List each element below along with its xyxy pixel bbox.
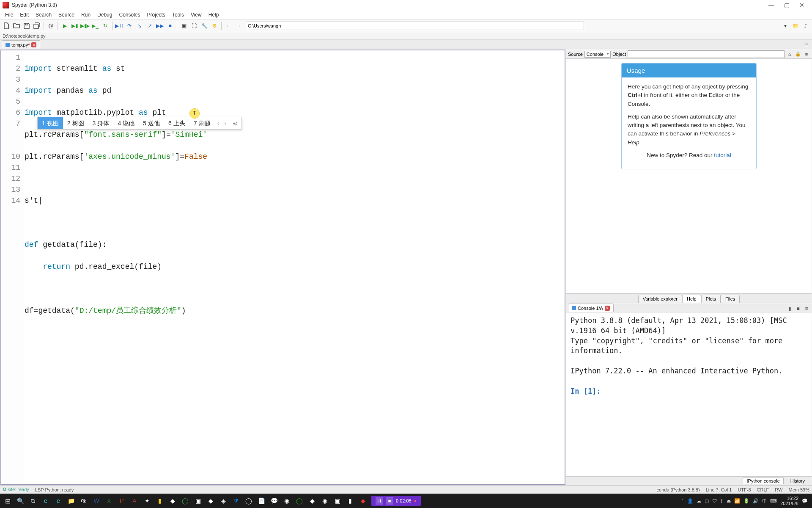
menu-help[interactable]: Help <box>205 11 222 19</box>
app-icon-8[interactable]: ▣ <box>332 495 343 507</box>
tray-onedrive-icon[interactable]: ☁ <box>697 498 701 504</box>
ime-next-icon[interactable]: › <box>222 118 229 129</box>
menu-run[interactable]: Run <box>78 11 94 19</box>
open-file-icon[interactable] <box>12 21 21 30</box>
lock-icon[interactable]: 🔒 <box>795 51 801 58</box>
chrome-icon[interactable]: ◯ <box>243 495 255 507</box>
tab-variable-explorer[interactable]: Variable explorer <box>638 295 682 303</box>
minimize-button[interactable]: — <box>764 0 779 10</box>
notepad-icon[interactable]: 📄 <box>255 495 267 507</box>
ime-candidate-6[interactable]: 6上头 <box>164 117 189 129</box>
save-icon[interactable] <box>22 21 31 30</box>
browse-dir-icon[interactable]: 📁 <box>791 21 800 30</box>
menu-view[interactable]: View <box>187 11 205 19</box>
wechat-icon[interactable]: ◯ <box>294 495 305 507</box>
code-editor[interactable]: 1234567 1011121314 import streamlit as s… <box>1 50 565 484</box>
maximize-button[interactable]: ▢ <box>779 0 794 10</box>
step-into-icon[interactable]: ↘ <box>135 21 144 30</box>
terminal-icon[interactable]: ▮ <box>344 495 356 507</box>
back-icon[interactable]: ← <box>224 21 233 30</box>
anaconda-icon[interactable]: ◯ <box>179 495 191 507</box>
tutorial-link[interactable]: tutorial <box>714 152 731 158</box>
menu-tools[interactable]: Tools <box>169 11 187 19</box>
save-all-icon[interactable] <box>32 21 41 30</box>
store-icon[interactable]: 🛍 <box>78 495 90 507</box>
tray-usb-icon[interactable]: ⏏ <box>727 498 731 504</box>
tableau-icon[interactable]: ✦ <box>141 495 153 507</box>
console-output[interactable]: Python 3.8.8 (default, Apr 13 2021, 15:0… <box>566 312 812 476</box>
app-icon-3[interactable]: ◆ <box>205 495 217 507</box>
debug-icon[interactable]: ▶⏸ <box>115 21 124 30</box>
close-button[interactable]: ✕ <box>794 0 809 10</box>
tray-notifications-icon[interactable]: 💬 <box>802 498 808 504</box>
editor-tab-temp[interactable]: temp.py* × <box>2 40 40 49</box>
powerbi-icon[interactable]: ▮ <box>154 495 166 507</box>
explorer-icon[interactable]: 📁 <box>65 495 77 507</box>
app-icon-2[interactable]: ▣ <box>192 495 204 507</box>
tab-history[interactable]: History <box>787 478 808 484</box>
run-selection-icon[interactable]: ▶_ <box>91 21 100 30</box>
tray-battery-icon[interactable]: 🔋 <box>743 498 749 504</box>
chat-icon[interactable]: 💬 <box>268 495 280 507</box>
tab-options-icon[interactable]: ≡ <box>803 41 810 49</box>
system-tray[interactable]: ˄ 👤 ☁ ▢ 🛡 ᛒ ⏏ 📶 🔋 🔊 中 ⌨ 16:22 2021/8/8 💬 <box>681 496 810 506</box>
menu-file[interactable]: File <box>2 11 16 19</box>
tray-security-icon[interactable]: 🛡 <box>712 498 717 503</box>
tray-bluetooth-icon[interactable]: ᛒ <box>720 498 723 503</box>
tray-clock[interactable]: 16:22 2021/8/8 <box>780 496 798 506</box>
menu-projects[interactable]: Projects <box>144 11 169 19</box>
python-path-icon[interactable]: ⚙ <box>210 21 219 30</box>
excel-icon[interactable]: X <box>103 495 115 507</box>
run-cell-advance-icon[interactable]: ▶▮▸ <box>80 21 90 30</box>
tab-plots[interactable]: Plots <box>701 295 721 303</box>
preferences-icon[interactable]: 🔧 <box>200 21 209 30</box>
menu-search[interactable]: Search <box>32 11 55 19</box>
recorder-pause-icon[interactable]: ⏸ <box>376 497 383 505</box>
ime-candidate-5[interactable]: 5送他 <box>139 117 164 129</box>
parent-dir-icon[interactable]: ⤴ <box>801 21 810 30</box>
ime-emoji-icon[interactable]: ☺ <box>229 118 241 129</box>
run-icon[interactable]: ▶ <box>60 21 69 30</box>
tray-lang-icon[interactable]: ⌨ <box>770 498 777 504</box>
save-layout-icon[interactable]: ▣ <box>179 21 189 30</box>
tray-ime-icon[interactable]: 中 <box>762 498 767 504</box>
menu-debug[interactable]: Debug <box>94 11 115 19</box>
step-out-icon[interactable]: ↗ <box>145 21 154 30</box>
step-over-icon[interactable]: ↷ <box>125 21 134 30</box>
tray-volume-icon[interactable]: 🔊 <box>753 498 759 504</box>
forward-icon[interactable]: → <box>234 21 243 30</box>
search-icon[interactable]: 🔍 <box>14 495 26 507</box>
status-eol[interactable]: CRLF <box>757 487 769 492</box>
tab-ipython-console[interactable]: IPython console <box>743 477 783 484</box>
stop-debug-icon[interactable]: ■ <box>165 21 175 30</box>
console-options-icon[interactable]: ≡ <box>803 305 810 312</box>
ime-prev-icon[interactable]: ‹ <box>215 118 222 129</box>
ime-candidate-7[interactable]: 7刷题 <box>189 117 215 129</box>
tray-graphics-icon[interactable]: ▢ <box>705 498 709 504</box>
close-console-icon[interactable]: × <box>605 306 610 311</box>
console-stop-icon[interactable]: ■ <box>795 305 801 312</box>
run-cell-icon[interactable]: ▶▮ <box>70 21 80 30</box>
at-icon[interactable]: @ <box>46 21 55 30</box>
app-icon-5[interactable]: ◉ <box>281 495 293 507</box>
close-tab-icon[interactable]: × <box>31 42 36 47</box>
ime-candidate-4[interactable]: 4说他 <box>113 117 139 129</box>
rerun-icon[interactable]: ↻ <box>101 21 110 30</box>
code-content[interactable]: import streamlit as st import pandas as … <box>25 50 565 484</box>
spyder-taskbar-icon[interactable]: ◆ <box>357 495 369 507</box>
app-icon[interactable]: ◆ <box>167 495 178 507</box>
source-combo[interactable]: Console <box>584 51 611 58</box>
menu-source[interactable]: Source <box>55 11 78 19</box>
status-encoding[interactable]: UTF-8 <box>738 487 751 492</box>
start-button-icon[interactable]: ⊞ <box>2 495 14 507</box>
home-icon[interactable]: ⌂ <box>786 51 793 58</box>
options-icon[interactable]: ≡ <box>803 51 810 58</box>
working-dir-input[interactable] <box>246 22 584 30</box>
app-icon-7[interactable]: ◉ <box>319 495 331 507</box>
vscode-icon[interactable]: ⧩ <box>230 495 242 507</box>
console-tab-1a[interactable]: Console 1/A × <box>568 304 614 312</box>
app-icon-4[interactable]: ◈ <box>217 495 229 507</box>
edge-icon[interactable]: e <box>40 495 52 507</box>
ime-candidate-popup[interactable]: 1视图 2树图 3身体 4说他 5送他 6上头 7刷题 ‹ › ☺ <box>37 117 242 130</box>
tab-files[interactable]: Files <box>721 295 740 303</box>
